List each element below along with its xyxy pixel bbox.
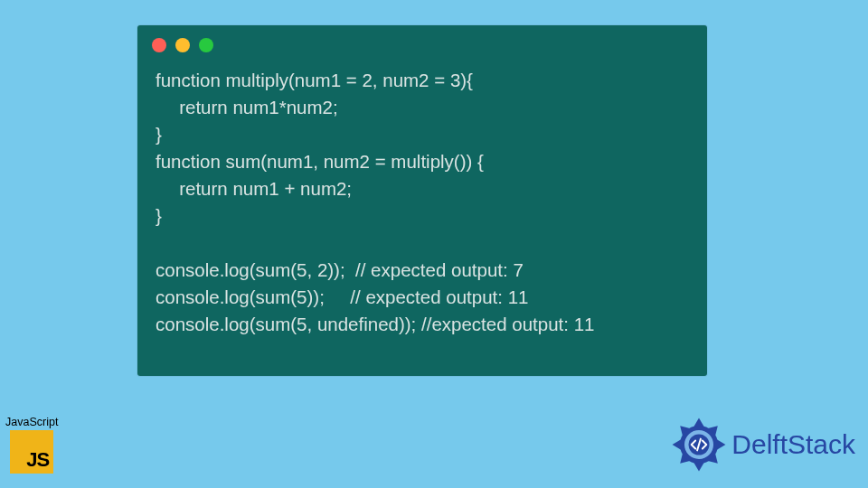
- window-traffic-lights: [137, 25, 707, 58]
- javascript-label: JavaScript: [5, 416, 58, 428]
- delftstack-gear-icon: [670, 416, 728, 474]
- code-block: function multiply(num1 = 2, num2 = 3){ r…: [137, 58, 707, 354]
- maximize-icon: [199, 38, 213, 52]
- close-icon: [152, 38, 166, 52]
- code-window: function multiply(num1 = 2, num2 = 3){ r…: [137, 25, 707, 376]
- brand-name: DelftStack: [731, 429, 855, 460]
- javascript-badge: JavaScript: [5, 416, 58, 474]
- brand-logo: DelftStack: [670, 416, 855, 474]
- minimize-icon: [175, 38, 190, 52]
- javascript-logo-icon: [10, 430, 53, 474]
